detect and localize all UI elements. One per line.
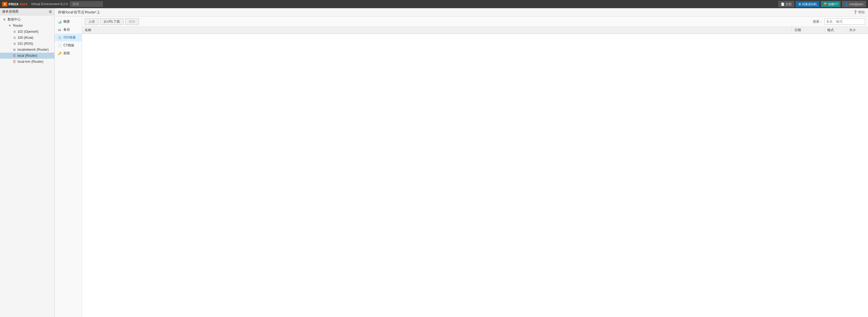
sidebar-item-vm100-label: 100 (iKuai): [18, 36, 33, 40]
user-icon: 👤: [844, 2, 848, 6]
vm-icon: 🖥: [12, 30, 17, 34]
gear-icon[interactable]: ⚙: [49, 9, 52, 14]
create-ct-button[interactable]: 📦 创建CT: [821, 1, 841, 7]
storage-lvm-icon: 🗄: [12, 60, 17, 64]
search-input[interactable]: [824, 19, 865, 25]
sidebar-item-datacenter-label: 数据中心: [8, 17, 21, 22]
vm-icon: 🖥: [798, 2, 801, 6]
download-url-button[interactable]: 从URL下载: [100, 18, 124, 25]
nav-item-perm-label: 权限: [63, 51, 70, 56]
sidebar-item-localnetwork[interactable]: ⊞ localnetwork (Router): [0, 47, 54, 52]
col-header-name: 名称: [82, 27, 792, 34]
main-panel: 上传 从URL下载 移除 搜索：: [82, 16, 868, 317]
nav-panel: 📊 概要 🗂 备份 💿 ISO镜像 📄 CT模板 🔑 权限: [55, 16, 82, 317]
sidebar-header: 服务器视图 ⚙: [0, 8, 54, 15]
iso-icon: 💿: [57, 36, 62, 40]
create-vm-button[interactable]: 🖥 创建虚拟机: [796, 1, 819, 7]
sidebar-item-vm102[interactable]: 🖥 102 (Openwrt): [0, 29, 54, 35]
nav-item-ct-label: CT模板: [63, 43, 74, 48]
logo: ✕ PROXMOX: [2, 2, 28, 6]
env-version: Virtual Environment 8.2.4: [31, 2, 68, 6]
content-with-nav: 📊 概要 🗂 备份 💿 ISO镜像 📄 CT模板 🔑 权限: [55, 16, 868, 317]
main-layout: 服务器视图 ⚙ ≡ 数据中心 ▼ Router 🖥 102 (Openwrt): [0, 8, 868, 317]
sidebar-item-locallvm-label: local-lvm (Router): [18, 60, 43, 64]
sidebar-item-vm101[interactable]: 🖥 101 (ROS): [0, 41, 54, 47]
backup-icon: 🗂: [57, 28, 62, 32]
vm-icon: 🖥: [12, 41, 17, 46]
logo-x: ✕: [2, 2, 7, 6]
ct-icon: 📄: [57, 44, 62, 47]
nav-item-perm[interactable]: 🔑 权限: [55, 49, 82, 57]
sidebar-item-local-label: local (Router): [18, 54, 37, 58]
storage-icon: 🗄: [12, 54, 17, 58]
logo-mox: MOX: [20, 2, 28, 6]
table-header-row: 名称 日期 格式 大小: [82, 27, 868, 34]
help-button[interactable]: ❓ 帮助: [853, 10, 865, 15]
router-icon: ▼: [8, 24, 12, 28]
nav-item-backup-label: 备份: [63, 27, 70, 32]
search-label: 搜索：: [813, 20, 823, 24]
toolbar-search-area: 搜索：: [813, 19, 865, 25]
sidebar-item-vm102-label: 102 (Openwrt): [18, 30, 38, 34]
sidebar-item-router-label: Router: [13, 24, 23, 28]
global-search-input[interactable]: [70, 1, 103, 7]
sidebar-item-vm101-label: 101 (ROS): [18, 42, 33, 45]
upload-button[interactable]: 上传: [85, 18, 98, 25]
nav-item-summary[interactable]: 📊 概要: [55, 18, 82, 26]
help-icon: ❓: [853, 10, 857, 14]
sidebar-item-local[interactable]: 🗄 local (Router): [0, 52, 54, 59]
col-header-format: 格式: [824, 27, 846, 34]
sidebar-tree: ≡ 数据中心 ▼ Router 🖥 102 (Openwrt) 🖥 100 (i…: [0, 15, 54, 317]
doc-icon: 📄: [781, 2, 785, 6]
content-header: 存储'local'在节点'Router'上 ❓ 帮助: [55, 8, 868, 16]
nav-item-backup[interactable]: 🗂 备份: [55, 26, 82, 34]
localnet-icon: ⊞: [12, 47, 17, 52]
sidebar-item-localnetwork-label: localnetwork (Router): [18, 48, 49, 51]
perm-icon: 🔑: [57, 51, 62, 56]
nav-item-ct[interactable]: 📄 CT模板: [55, 41, 82, 49]
nav-item-iso-label: ISO镜像: [63, 35, 76, 40]
topbar: ✕ PROXMOX Virtual Environment 8.2.4 📄 文档…: [0, 0, 868, 8]
doc-button[interactable]: 📄 文档: [778, 1, 794, 7]
iso-table: 名称 日期 格式 大小: [82, 27, 868, 34]
logo-prox: PROX: [8, 2, 19, 6]
sidebar-item-router[interactable]: ▼ Router: [0, 23, 54, 29]
page-title: 存储'local'在节点'Router'上: [58, 10, 100, 15]
col-header-size: 大小: [846, 27, 868, 34]
sidebar-item-locallvm[interactable]: 🗄 local-lvm (Router): [0, 59, 54, 65]
sidebar: 服务器视图 ⚙ ≡ 数据中心 ▼ Router 🖥 102 (Openwrt): [0, 8, 55, 317]
datacenter-icon: ≡: [2, 17, 6, 22]
col-header-date: 日期: [792, 27, 824, 34]
vm-icon: 🖥: [12, 35, 17, 40]
sidebar-title: 服务器视图: [2, 9, 19, 14]
topbar-right: 📄 文档 🖥 创建虚拟机 📦 创建CT 👤 root@pam: [778, 1, 866, 7]
user-button[interactable]: 👤 root@pam: [842, 1, 866, 7]
ct-icon: 📦: [824, 2, 827, 6]
nav-item-summary-label: 概要: [63, 20, 70, 24]
remove-button[interactable]: 移除: [125, 18, 139, 25]
summary-icon: 📊: [57, 20, 62, 24]
toolbar: 上传 从URL下载 移除 搜索：: [82, 16, 868, 27]
sidebar-item-vm100[interactable]: 🖥 100 (iKuai): [0, 35, 54, 41]
sidebar-item-datacenter[interactable]: ≡ 数据中心: [0, 16, 54, 23]
table-container: 名称 日期 格式 大小: [82, 27, 868, 317]
nav-item-iso[interactable]: 💿 ISO镜像: [55, 34, 82, 41]
content-area: 存储'local'在节点'Router'上 ❓ 帮助 📊 概要 🗂 备份 💿: [55, 8, 868, 317]
